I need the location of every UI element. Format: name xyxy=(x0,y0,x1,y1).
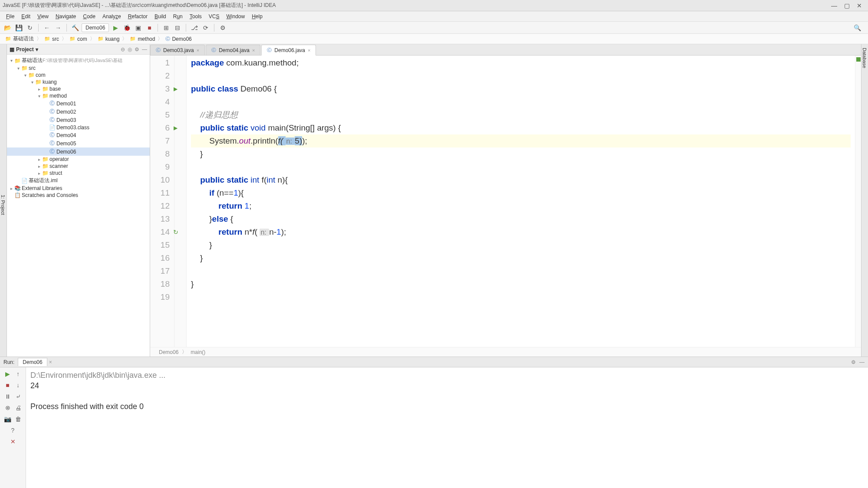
project-tree[interactable]: ▾📁基础语法 F:\班级管理\网课班\代码\JavaSE\基础 ▾📁src ▾📁… xyxy=(7,55,150,357)
project-panel-title: ▦ Project ▾ xyxy=(10,46,121,52)
menu-code[interactable]: Code xyxy=(79,13,99,20)
wrap-icon[interactable]: ⤶ xyxy=(13,392,23,401)
exit-icon[interactable]: ✕ xyxy=(8,437,18,446)
tree-kuang[interactable]: ▾📁kuang xyxy=(7,79,150,85)
titlebar: JavaSE [F:\班级管理\网课班\代码\JavaSE] - ...\基础语… xyxy=(0,0,868,11)
menu-tools[interactable]: Tools xyxy=(186,13,205,20)
breadcrumb-file[interactable]: ⒸDemo06 xyxy=(164,36,193,42)
menu-help[interactable]: Help xyxy=(248,13,266,20)
up-icon[interactable]: ↑ xyxy=(13,369,23,379)
print-icon[interactable]: 🖨 xyxy=(13,403,23,413)
tree-demo05[interactable]: ⒸDemo05 xyxy=(7,139,150,147)
minimize-icon[interactable]: — xyxy=(831,2,837,9)
tree-demo02[interactable]: ⒸDemo02 xyxy=(7,108,150,116)
tree-root[interactable]: ▾📁基础语法 F:\班级管理\网课班\代码\JavaSE\基础 xyxy=(7,56,150,65)
editor-breadcrumb: Demo06 〉 main() xyxy=(150,347,861,357)
close-tab-icon[interactable]: × xyxy=(252,48,255,53)
menu-view[interactable]: View xyxy=(34,13,52,20)
debug-icon[interactable]: 🐞 xyxy=(122,23,132,33)
breadcrumb-com[interactable]: 📁com xyxy=(68,36,89,42)
settings-icon[interactable]: ⚙ xyxy=(135,46,139,52)
tree-com[interactable]: ▾📁com xyxy=(7,72,150,79)
main-toolbar: 📂 💾 ↻ ← → 🔨 Demo06 ▶ 🐞 ▣ ■ ⊞ ⊟ ⎇ ⟳ ⚙ 🔍 xyxy=(0,22,868,34)
collapse-icon[interactable]: ⊖ xyxy=(121,46,125,52)
tree-iml[interactable]: 📄基础语法.iml xyxy=(7,177,150,185)
tab-demo03[interactable]: ⒸDemo03.java× xyxy=(150,45,205,55)
menu-edit[interactable]: Edit xyxy=(18,13,34,20)
menubar: File Edit View Navigate Code Analyze Ref… xyxy=(0,11,868,22)
save-icon[interactable]: 💾 xyxy=(14,23,23,33)
tree-src[interactable]: ▾📁src xyxy=(7,65,150,72)
down-icon[interactable]: ↓ xyxy=(13,380,23,390)
tree-demo04[interactable]: ⒸDemo04 xyxy=(7,131,150,139)
close-tab-icon[interactable]: × xyxy=(308,48,310,53)
breadcrumb-method[interactable]: 📁method xyxy=(128,36,157,42)
dump-icon[interactable]: 📷 xyxy=(3,414,13,424)
maximize-icon[interactable]: ▢ xyxy=(844,2,850,9)
stop-icon[interactable]: ■ xyxy=(145,23,154,33)
run-hide-icon[interactable]: — xyxy=(859,359,865,365)
code-editor[interactable]: 123▶456▶7891011121314↻1516171819 package… xyxy=(150,56,861,347)
tree-external[interactable]: ▸📚External Libraries xyxy=(7,185,150,192)
back-icon[interactable]: ← xyxy=(42,23,52,33)
project-tool-button[interactable]: 1: Project xyxy=(0,53,7,357)
tree-demo06[interactable]: ⒸDemo06 xyxy=(7,147,150,156)
run-config-tab[interactable]: Demo06 xyxy=(18,358,47,366)
menu-refactor[interactable]: Refactor xyxy=(125,13,151,20)
build-icon[interactable]: 🔨 xyxy=(70,23,80,33)
code-content[interactable]: package com.kuang.method;public class De… xyxy=(187,56,855,347)
tree-operator[interactable]: ▸📁operator xyxy=(7,156,150,163)
tree-method[interactable]: ▾📁method xyxy=(7,92,150,99)
coverage-icon[interactable]: ▣ xyxy=(133,23,143,33)
refresh-icon[interactable]: ↻ xyxy=(25,23,35,33)
update-icon[interactable]: ⟳ xyxy=(201,23,210,33)
tree-scratches[interactable]: 📋Scratches and Consoles xyxy=(7,192,150,199)
tree-scanner[interactable]: ▸📁scanner xyxy=(7,163,150,170)
database-tool-button[interactable]: Database xyxy=(861,44,868,357)
run-icon[interactable]: ▶ xyxy=(111,23,120,33)
hide-icon[interactable]: — xyxy=(142,46,147,52)
tree-base[interactable]: ▸📁base xyxy=(7,85,150,92)
bc-class[interactable]: Demo06 xyxy=(159,349,178,355)
tree-struct[interactable]: ▸📁struct xyxy=(7,170,150,177)
structure2-icon[interactable]: ⊟ xyxy=(173,23,182,33)
structure-icon[interactable]: ⊞ xyxy=(161,23,171,33)
menu-file[interactable]: File xyxy=(3,13,18,20)
tree-demo03class[interactable]: 📄Demo03.class xyxy=(7,124,150,131)
forward-icon[interactable]: → xyxy=(53,23,63,33)
tab-demo06[interactable]: ⒸDemo06.java× xyxy=(261,45,316,56)
stop-run-icon[interactable]: ■ xyxy=(3,380,13,390)
breadcrumb-src[interactable]: 📁src xyxy=(43,36,61,42)
tree-demo01[interactable]: ⒸDemo01 xyxy=(7,99,150,108)
menu-navigate[interactable]: Navigate xyxy=(52,13,79,20)
close-icon[interactable]: ✕ xyxy=(857,2,862,9)
open-icon[interactable]: 📂 xyxy=(3,23,12,33)
bc-method[interactable]: main() xyxy=(191,349,205,355)
help-icon[interactable]: ? xyxy=(8,426,18,435)
menu-build[interactable]: Build xyxy=(151,13,170,20)
menu-vcs[interactable]: VCS xyxy=(205,13,223,20)
breadcrumb-root[interactable]: 📁基础语法 xyxy=(3,35,36,43)
pause-icon[interactable]: ⏸ xyxy=(3,392,13,401)
console-output[interactable]: D:\Environment\jdk8\jdk\bin\java.exe ...… xyxy=(26,367,868,488)
rerun-icon[interactable]: ▶ xyxy=(3,369,13,379)
tab-demo04[interactable]: ⒸDemo04.java× xyxy=(206,45,260,55)
vcs-icon[interactable]: ⎇ xyxy=(190,23,199,33)
search-everywhere-icon[interactable]: 🔍 xyxy=(852,23,862,33)
close-run-icon[interactable]: ⊗ xyxy=(3,403,13,413)
run-panel: Run: Demo06 × ⚙ — ▶ ↑ ■ ↓ ⏸ ⤶ ⊗ 🖨 xyxy=(0,357,868,488)
menu-run[interactable]: Run xyxy=(170,13,186,20)
separator xyxy=(38,24,39,32)
close-run-tab-icon[interactable]: × xyxy=(49,359,52,365)
run-panel-header: Run: Demo06 × ⚙ — xyxy=(0,357,868,367)
trash-icon[interactable]: 🗑 xyxy=(13,414,23,424)
menu-analyze[interactable]: Analyze xyxy=(99,13,125,20)
run-settings-icon[interactable]: ⚙ xyxy=(851,359,856,365)
tree-demo03[interactable]: ⒸDemo03 xyxy=(7,116,150,124)
target-icon[interactable]: ◎ xyxy=(128,46,132,52)
menu-window[interactable]: Window xyxy=(223,13,248,20)
breadcrumb-kuang[interactable]: 📁kuang xyxy=(96,36,122,42)
run-config-selector[interactable]: Demo06 xyxy=(82,23,109,32)
settings-icon[interactable]: ⚙ xyxy=(218,23,227,33)
close-tab-icon[interactable]: × xyxy=(197,48,199,53)
